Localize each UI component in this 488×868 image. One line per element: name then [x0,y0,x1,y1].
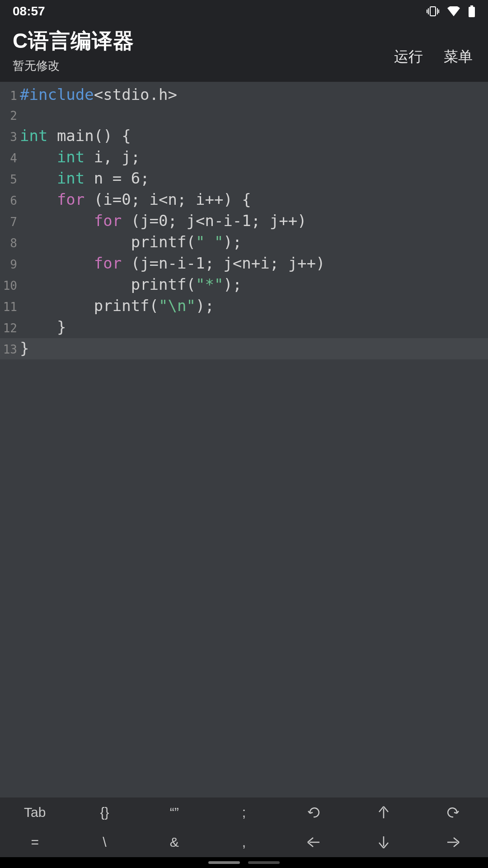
left-icon[interactable] [279,827,348,857]
line-number: 6 [0,191,20,211]
code-content[interactable]: printf(" "); [20,232,242,252]
app-title: C语言编译器 [13,27,134,55]
undo-icon[interactable] [279,797,348,827]
code-content[interactable]: int main() { [20,126,131,146]
symbol-key[interactable]: Tab [0,797,70,827]
svg-rect-1 [470,5,473,7]
symbol-key[interactable]: {} [70,797,139,827]
wifi-icon [447,6,460,16]
code-editor[interactable]: 1#include<stdio.h>23int main() {4 int i,… [0,82,488,868]
symbol-toolbar: Tab{}“”;=\&, [0,797,488,857]
code-line[interactable]: 3int main() { [0,126,488,147]
line-number: 11 [0,297,20,317]
line-number: 12 [0,318,20,338]
code-line[interactable]: 13} [0,338,488,359]
system-nav-bar [0,857,488,868]
line-number: 5 [0,170,20,189]
code-line[interactable]: 6 for (i=0; i<n; i++) { [0,189,488,211]
code-line[interactable]: 4 int i, j; [0,147,488,168]
line-number: 3 [0,127,20,147]
run-button[interactable]: 运行 [394,47,423,67]
down-icon[interactable] [348,827,418,857]
svg-rect-2 [469,7,475,17]
status-icons [427,5,475,17]
code-content[interactable]: printf("*"); [20,274,242,294]
redo-icon[interactable] [418,797,488,827]
up-icon[interactable] [348,797,418,827]
code-line[interactable]: 10 printf("*"); [0,274,488,296]
symbol-key[interactable]: = [0,827,70,857]
symbol-key[interactable]: , [209,827,279,857]
line-number: 1 [0,86,20,106]
app-header: C语言编译器 暂无修改 运行 菜单 [0,23,488,82]
code-content[interactable]: printf("\n"); [20,296,214,316]
app-subtitle: 暂无修改 [13,58,134,74]
code-line[interactable]: 1#include<stdio.h> [0,85,488,106]
vibrate-icon [427,6,439,17]
symbol-key[interactable]: \ [70,827,139,857]
right-icon[interactable] [418,827,488,857]
code-line[interactable]: 9 for (j=n-i-1; j<n+i; j++) [0,253,488,274]
battery-icon [468,5,475,17]
line-number: 9 [0,255,20,274]
code-line[interactable]: 12 } [0,317,488,338]
code-content[interactable]: for (i=0; i<n; i++) { [20,189,251,209]
code-content[interactable]: for (j=0; j<n-i-1; j++) [20,211,307,231]
code-content[interactable]: int n = 6; [20,168,150,188]
symbol-key[interactable]: & [140,827,209,857]
nav-pill[interactable] [208,861,240,864]
code-line[interactable]: 5 int n = 6; [0,168,488,189]
code-line[interactable]: 11 printf("\n"); [0,296,488,317]
code-content[interactable]: for (j=n-i-1; j<n+i; j++) [20,253,325,273]
line-number: 7 [0,212,20,232]
code-line[interactable]: 7 for (j=0; j<n-i-1; j++) [0,211,488,232]
symbol-key[interactable]: ; [209,797,279,827]
code-content[interactable]: int i, j; [20,147,140,167]
line-number: 13 [0,340,20,359]
line-number: 2 [0,106,20,126]
nav-pill[interactable] [248,861,280,864]
line-number: 4 [0,148,20,168]
code-line[interactable]: 2 [0,106,488,126]
code-content[interactable]: #include<stdio.h> [20,85,177,104]
code-content[interactable]: } [20,338,29,358]
code-content[interactable]: } [20,317,66,337]
code-line[interactable]: 8 printf(" "); [0,232,488,253]
line-number: 8 [0,233,20,253]
line-number: 10 [0,276,20,296]
svg-rect-0 [430,7,436,16]
status-time: 08:57 [13,4,45,19]
menu-button[interactable]: 菜单 [444,47,473,67]
status-bar: 08:57 [0,0,488,23]
symbol-key[interactable]: “” [140,797,209,827]
